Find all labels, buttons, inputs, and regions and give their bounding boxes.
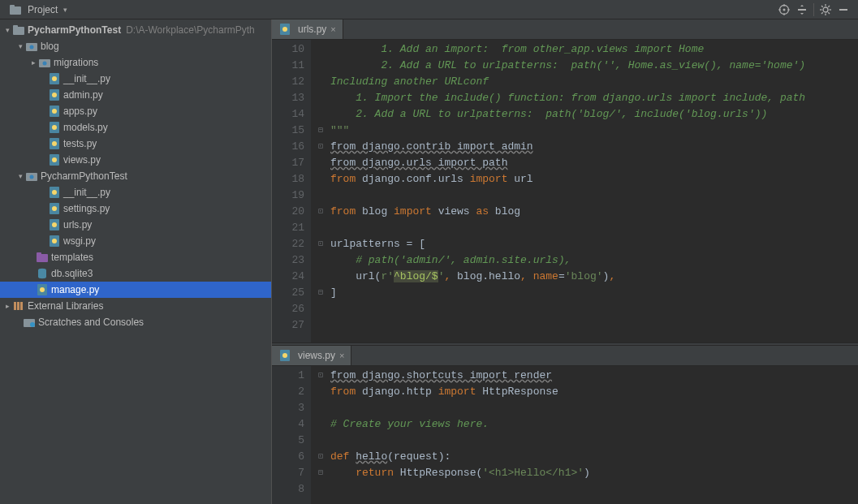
svg-rect-18 [839,9,847,11]
editor-views[interactable]: 12345678⊡⊡⊟from django.shortcuts import … [272,366,858,504]
svg-point-24 [43,62,47,66]
hide-icon[interactable] [837,3,850,16]
svg-point-42 [52,206,57,211]
python-file-icon [48,88,61,101]
scratch-icon [23,316,36,329]
python-file-icon [48,218,61,231]
tab-urls[interactable]: urls.py × [272,19,343,39]
svg-line-14 [821,6,823,7]
svg-point-22 [30,45,34,50]
python-file-icon [48,202,61,215]
python-file-icon [48,235,61,248]
svg-point-3 [783,8,786,11]
tab-views[interactable]: views.py × [272,346,351,365]
python-package-icon [25,170,38,183]
tree-file[interactable]: wsgi.py [0,233,271,249]
svg-line-16 [821,12,823,14]
project-toolbar: Project ▾ [0,0,858,19]
expand-icon[interactable] [3,302,11,310]
python-file-icon [36,283,49,296]
python-file-icon [278,23,291,36]
tree-file-db[interactable]: db.sqlite3 [0,265,271,282]
target-icon[interactable] [778,3,791,16]
svg-point-30 [52,109,57,114]
svg-point-58 [30,322,35,327]
svg-rect-8 [798,9,806,11]
svg-point-44 [52,222,57,227]
project-dropdown[interactable]: Project ▾ [3,2,74,18]
close-icon[interactable]: × [339,351,344,360]
folder-icon [36,251,49,264]
svg-point-34 [52,141,57,146]
svg-line-15 [828,12,830,14]
svg-rect-55 [17,302,19,310]
svg-point-32 [52,125,57,130]
project-tree[interactable]: PycharmPythonTestD:\A-Workplace\PycharmP… [0,19,272,504]
editor-tabbar-bottom: views.py × [272,346,858,366]
svg-point-26 [52,76,57,81]
tree-folder-migrations[interactable]: migrations [0,54,271,71]
svg-point-28 [52,93,57,97]
svg-rect-1 [10,5,15,8]
tree-file[interactable]: __init__.py [0,71,271,87]
tree-file[interactable]: urls.py [0,217,271,233]
close-icon[interactable]: × [330,24,335,34]
python-package-icon [38,56,51,69]
library-icon [12,299,25,312]
python-file-icon [48,153,61,166]
python-file-icon [48,121,61,134]
svg-point-51 [38,275,46,278]
svg-rect-56 [20,302,23,310]
tab-label: urls.py [298,24,326,35]
svg-point-40 [52,190,57,195]
svg-rect-20 [13,25,18,28]
python-package-icon [25,40,38,53]
expand-icon[interactable] [16,42,24,50]
folder-icon [12,24,25,37]
svg-point-36 [52,157,57,162]
tree-file-manage[interactable]: manage.py [0,282,271,298]
expand-icon[interactable] [16,172,24,180]
editor-tabbar-top: urls.py × [272,19,858,40]
tree-file[interactable]: settings.py [0,200,271,217]
tree-file[interactable]: models.py [0,119,271,136]
tree-folder-blog[interactable]: blog [0,38,271,54]
python-file-icon [48,137,61,150]
expand-icon[interactable] [29,58,37,67]
python-file-icon [48,186,61,199]
editor-urls[interactable]: 101112131415161718192021222324252627⊟⊡⊡⊡… [272,40,858,342]
python-file-icon [48,105,61,118]
tree-file[interactable]: views.py [0,152,271,168]
svg-point-46 [52,239,57,243]
svg-rect-48 [37,252,41,256]
gear-icon[interactable] [819,3,832,16]
tree-scratches[interactable]: Scratches and Consoles [0,314,271,330]
svg-point-62 [282,353,287,358]
tree-external-libs[interactable]: External Libraries [0,298,271,314]
svg-point-38 [30,175,34,179]
collapse-all-icon[interactable] [795,3,808,16]
svg-rect-54 [14,302,16,310]
project-label: Project [28,4,58,15]
tree-folder-templates[interactable]: templates [0,249,271,265]
folder-icon [9,3,22,16]
svg-point-60 [282,27,287,32]
tree-folder-app[interactable]: PycharmPythonTest [0,168,271,184]
tree-file[interactable]: __init__.py [0,184,271,200]
svg-point-9 [823,7,828,12]
svg-line-17 [828,6,830,7]
database-icon [36,267,49,280]
python-file-icon [48,72,61,85]
tab-label: views.py [298,350,335,361]
python-file-icon [278,349,291,362]
tree-file[interactable]: admin.py [0,87,271,103]
tree-file[interactable]: tests.py [0,136,271,152]
tree-root[interactable]: PycharmPythonTestD:\A-Workplace\PycharmP… [0,22,271,38]
chevron-down-icon: ▾ [61,6,69,14]
svg-point-53 [40,287,45,292]
expand-icon[interactable] [3,26,11,34]
tree-file[interactable]: apps.py [0,103,271,119]
